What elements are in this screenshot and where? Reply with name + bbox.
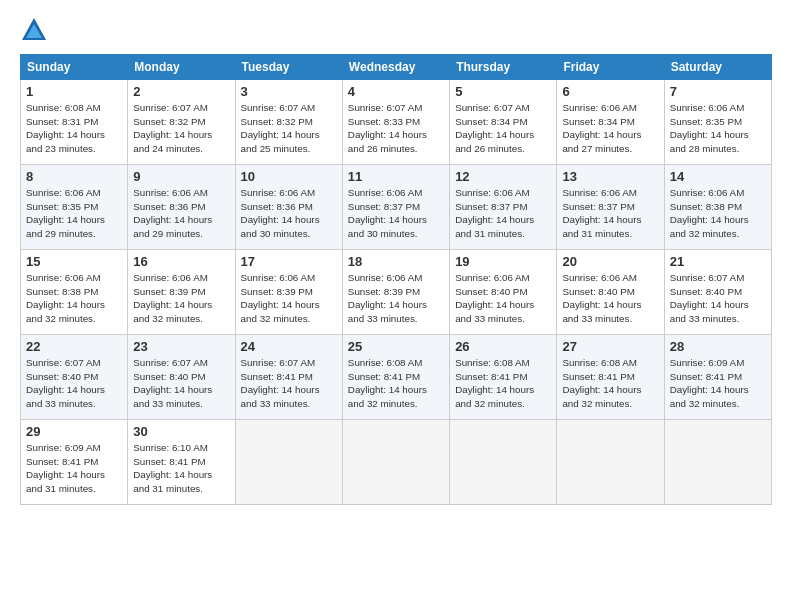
day-info: Sunrise: 6:08 AM Sunset: 8:41 PM Dayligh… (562, 356, 658, 411)
day-number: 14 (670, 169, 766, 184)
day-info: Sunrise: 6:07 AM Sunset: 8:40 PM Dayligh… (670, 271, 766, 326)
day-number: 12 (455, 169, 551, 184)
day-info: Sunrise: 6:06 AM Sunset: 8:37 PM Dayligh… (348, 186, 444, 241)
day-number: 24 (241, 339, 337, 354)
calendar-cell (342, 420, 449, 505)
calendar-cell: 28Sunrise: 6:09 AM Sunset: 8:41 PM Dayli… (664, 335, 771, 420)
calendar-cell: 18Sunrise: 6:06 AM Sunset: 8:39 PM Dayli… (342, 250, 449, 335)
day-number: 13 (562, 169, 658, 184)
day-info: Sunrise: 6:06 AM Sunset: 8:40 PM Dayligh… (455, 271, 551, 326)
calendar-week-2: 15Sunrise: 6:06 AM Sunset: 8:38 PM Dayli… (21, 250, 772, 335)
page: SundayMondayTuesdayWednesdayThursdayFrid… (0, 0, 792, 612)
calendar-cell: 1Sunrise: 6:08 AM Sunset: 8:31 PM Daylig… (21, 80, 128, 165)
day-number: 25 (348, 339, 444, 354)
day-info: Sunrise: 6:07 AM Sunset: 8:40 PM Dayligh… (133, 356, 229, 411)
calendar-cell (450, 420, 557, 505)
calendar-header-wednesday: Wednesday (342, 55, 449, 80)
day-info: Sunrise: 6:07 AM Sunset: 8:32 PM Dayligh… (133, 101, 229, 156)
calendar-cell: 9Sunrise: 6:06 AM Sunset: 8:36 PM Daylig… (128, 165, 235, 250)
day-info: Sunrise: 6:06 AM Sunset: 8:35 PM Dayligh… (670, 101, 766, 156)
day-number: 5 (455, 84, 551, 99)
calendar-week-3: 22Sunrise: 6:07 AM Sunset: 8:40 PM Dayli… (21, 335, 772, 420)
calendar-cell: 23Sunrise: 6:07 AM Sunset: 8:40 PM Dayli… (128, 335, 235, 420)
calendar-cell: 4Sunrise: 6:07 AM Sunset: 8:33 PM Daylig… (342, 80, 449, 165)
calendar-cell: 19Sunrise: 6:06 AM Sunset: 8:40 PM Dayli… (450, 250, 557, 335)
day-number: 19 (455, 254, 551, 269)
day-number: 16 (133, 254, 229, 269)
day-number: 2 (133, 84, 229, 99)
day-info: Sunrise: 6:06 AM Sunset: 8:38 PM Dayligh… (26, 271, 122, 326)
calendar-header-monday: Monday (128, 55, 235, 80)
calendar-header-friday: Friday (557, 55, 664, 80)
logo (20, 16, 52, 44)
day-info: Sunrise: 6:08 AM Sunset: 8:31 PM Dayligh… (26, 101, 122, 156)
day-info: Sunrise: 6:06 AM Sunset: 8:34 PM Dayligh… (562, 101, 658, 156)
calendar-cell: 24Sunrise: 6:07 AM Sunset: 8:41 PM Dayli… (235, 335, 342, 420)
day-info: Sunrise: 6:06 AM Sunset: 8:35 PM Dayligh… (26, 186, 122, 241)
calendar-cell (235, 420, 342, 505)
calendar-cell: 29Sunrise: 6:09 AM Sunset: 8:41 PM Dayli… (21, 420, 128, 505)
day-number: 3 (241, 84, 337, 99)
day-number: 23 (133, 339, 229, 354)
day-info: Sunrise: 6:07 AM Sunset: 8:32 PM Dayligh… (241, 101, 337, 156)
calendar-cell: 27Sunrise: 6:08 AM Sunset: 8:41 PM Dayli… (557, 335, 664, 420)
day-info: Sunrise: 6:08 AM Sunset: 8:41 PM Dayligh… (348, 356, 444, 411)
calendar-week-0: 1Sunrise: 6:08 AM Sunset: 8:31 PM Daylig… (21, 80, 772, 165)
calendar-cell: 22Sunrise: 6:07 AM Sunset: 8:40 PM Dayli… (21, 335, 128, 420)
day-number: 4 (348, 84, 444, 99)
calendar-header-thursday: Thursday (450, 55, 557, 80)
day-number: 9 (133, 169, 229, 184)
day-number: 21 (670, 254, 766, 269)
calendar-cell: 10Sunrise: 6:06 AM Sunset: 8:36 PM Dayli… (235, 165, 342, 250)
calendar-header-tuesday: Tuesday (235, 55, 342, 80)
day-number: 27 (562, 339, 658, 354)
calendar-cell: 11Sunrise: 6:06 AM Sunset: 8:37 PM Dayli… (342, 165, 449, 250)
day-info: Sunrise: 6:06 AM Sunset: 8:40 PM Dayligh… (562, 271, 658, 326)
day-info: Sunrise: 6:07 AM Sunset: 8:40 PM Dayligh… (26, 356, 122, 411)
calendar-cell: 7Sunrise: 6:06 AM Sunset: 8:35 PM Daylig… (664, 80, 771, 165)
calendar-cell: 30Sunrise: 6:10 AM Sunset: 8:41 PM Dayli… (128, 420, 235, 505)
calendar-table: SundayMondayTuesdayWednesdayThursdayFrid… (20, 54, 772, 505)
day-info: Sunrise: 6:06 AM Sunset: 8:36 PM Dayligh… (241, 186, 337, 241)
calendar-cell: 21Sunrise: 6:07 AM Sunset: 8:40 PM Dayli… (664, 250, 771, 335)
day-number: 22 (26, 339, 122, 354)
day-info: Sunrise: 6:06 AM Sunset: 8:39 PM Dayligh… (133, 271, 229, 326)
calendar-cell: 8Sunrise: 6:06 AM Sunset: 8:35 PM Daylig… (21, 165, 128, 250)
day-info: Sunrise: 6:07 AM Sunset: 8:41 PM Dayligh… (241, 356, 337, 411)
calendar-cell: 14Sunrise: 6:06 AM Sunset: 8:38 PM Dayli… (664, 165, 771, 250)
calendar-cell: 15Sunrise: 6:06 AM Sunset: 8:38 PM Dayli… (21, 250, 128, 335)
day-info: Sunrise: 6:06 AM Sunset: 8:37 PM Dayligh… (455, 186, 551, 241)
calendar-cell: 6Sunrise: 6:06 AM Sunset: 8:34 PM Daylig… (557, 80, 664, 165)
calendar-cell: 3Sunrise: 6:07 AM Sunset: 8:32 PM Daylig… (235, 80, 342, 165)
day-info: Sunrise: 6:06 AM Sunset: 8:39 PM Dayligh… (348, 271, 444, 326)
day-info: Sunrise: 6:08 AM Sunset: 8:41 PM Dayligh… (455, 356, 551, 411)
calendar-header-saturday: Saturday (664, 55, 771, 80)
day-info: Sunrise: 6:09 AM Sunset: 8:41 PM Dayligh… (670, 356, 766, 411)
calendar-cell: 17Sunrise: 6:06 AM Sunset: 8:39 PM Dayli… (235, 250, 342, 335)
day-number: 17 (241, 254, 337, 269)
day-number: 28 (670, 339, 766, 354)
header (20, 16, 772, 44)
day-number: 15 (26, 254, 122, 269)
day-number: 26 (455, 339, 551, 354)
day-number: 10 (241, 169, 337, 184)
day-number: 20 (562, 254, 658, 269)
day-info: Sunrise: 6:10 AM Sunset: 8:41 PM Dayligh… (133, 441, 229, 496)
day-info: Sunrise: 6:07 AM Sunset: 8:33 PM Dayligh… (348, 101, 444, 156)
calendar-week-1: 8Sunrise: 6:06 AM Sunset: 8:35 PM Daylig… (21, 165, 772, 250)
calendar-cell: 2Sunrise: 6:07 AM Sunset: 8:32 PM Daylig… (128, 80, 235, 165)
calendar-cell (664, 420, 771, 505)
day-number: 8 (26, 169, 122, 184)
day-number: 30 (133, 424, 229, 439)
calendar-cell: 25Sunrise: 6:08 AM Sunset: 8:41 PM Dayli… (342, 335, 449, 420)
day-number: 6 (562, 84, 658, 99)
day-number: 11 (348, 169, 444, 184)
day-number: 18 (348, 254, 444, 269)
calendar-week-4: 29Sunrise: 6:09 AM Sunset: 8:41 PM Dayli… (21, 420, 772, 505)
day-info: Sunrise: 6:07 AM Sunset: 8:34 PM Dayligh… (455, 101, 551, 156)
calendar-cell: 13Sunrise: 6:06 AM Sunset: 8:37 PM Dayli… (557, 165, 664, 250)
calendar-cell: 5Sunrise: 6:07 AM Sunset: 8:34 PM Daylig… (450, 80, 557, 165)
calendar-header-row: SundayMondayTuesdayWednesdayThursdayFrid… (21, 55, 772, 80)
day-number: 1 (26, 84, 122, 99)
calendar-cell: 26Sunrise: 6:08 AM Sunset: 8:41 PM Dayli… (450, 335, 557, 420)
